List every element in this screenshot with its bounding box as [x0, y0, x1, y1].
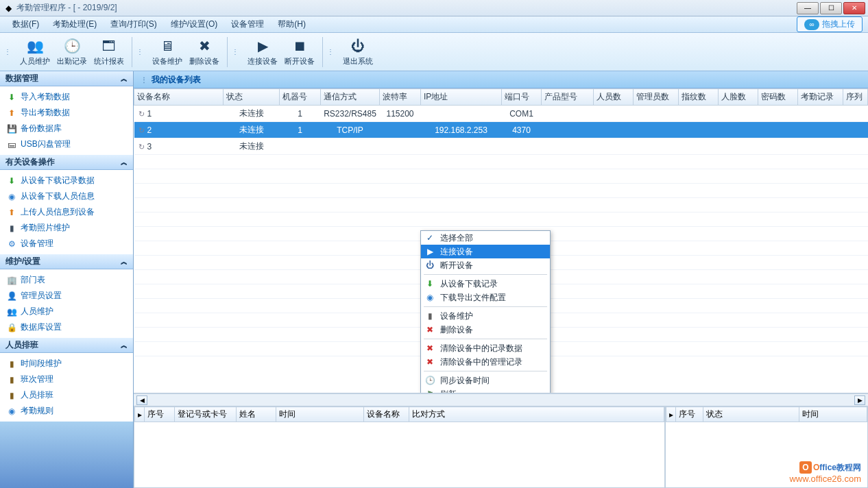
menu-item-label: 删除设备: [440, 324, 473, 336]
sidebar-item-icon: ▮: [7, 375, 16, 385]
column-header[interactable]: 比对方式: [409, 407, 664, 422]
chevron-icon: ︽: [121, 257, 128, 267]
scroll-right-button[interactable]: ▶: [854, 395, 865, 405]
sidebar-item[interactable]: ⬆上传人员信息到设备: [0, 204, 133, 220]
column-header[interactable]: 序列: [843, 89, 868, 106]
context-menu-item[interactable]: ✓选择全部: [421, 231, 550, 245]
toolbar-退出系统[interactable]: ⏻退出系统: [339, 35, 376, 69]
maximize-button[interactable]: ☐: [820, 2, 842, 14]
context-menu-item[interactable]: ▶连接设备: [421, 245, 550, 258]
sidebar-item[interactable]: 🔒数据库设置: [0, 319, 133, 335]
table-row[interactable]: ↻3未连接: [134, 138, 868, 155]
sidebar-item[interactable]: ▮人员排班: [0, 387, 133, 403]
menu-help[interactable]: 帮助(H): [271, 17, 313, 32]
sidebar-item[interactable]: ▮考勤照片维护: [0, 220, 133, 236]
menu-item-icon: ✖: [424, 343, 436, 353]
toolbar-统计报表[interactable]: 🗔统计报表: [91, 35, 128, 69]
menu-maintain[interactable]: 维护/设置(O): [164, 17, 225, 32]
menu-data[interactable]: 数据(F): [5, 17, 46, 32]
column-header[interactable]: 序号: [145, 407, 175, 422]
cell: 未连接: [224, 122, 280, 138]
column-header[interactable]: 序号: [676, 407, 703, 422]
context-menu-item[interactable]: ▮设备维护: [421, 309, 550, 323]
table-row[interactable]: [134, 198, 868, 212]
close-button[interactable]: ✕: [843, 2, 865, 14]
context-menu-item[interactable]: ⬇从设备下载记录: [421, 277, 550, 291]
column-header[interactable]: 设备名称: [364, 407, 409, 422]
context-menu-item[interactable]: ⏻断开设备: [421, 258, 550, 272]
cell: 192.168.2.253: [421, 122, 502, 138]
menu-item-label: 清除设备中的记录数据: [440, 343, 522, 354]
sidebar-item[interactable]: ◉考勤规则: [0, 403, 133, 419]
upload-button[interactable]: ∞ 拖拽上传: [797, 16, 863, 32]
sidebar-item[interactable]: ◉从设备下载人员信息: [0, 188, 133, 204]
menu-item-label: 清除设备中的管理记录: [440, 356, 522, 368]
sidebar-item[interactable]: ▮时间段维护: [0, 356, 133, 371]
bottom-left-grid[interactable]: ▸序号登记号或卡号姓名时间设备名称比对方式: [134, 406, 665, 488]
toolbar-设备维护[interactable]: 🖥设备维护: [149, 35, 186, 69]
menu-item-icon: ✖: [424, 325, 436, 334]
column-header[interactable]: 密码数: [758, 89, 798, 106]
column-header[interactable]: 设备名称: [134, 89, 224, 106]
column-header[interactable]: 状态: [703, 407, 799, 422]
column-header[interactable]: 管理员数: [634, 89, 679, 106]
column-header[interactable]: 产品型号: [542, 89, 594, 106]
column-header[interactable]: 机器号: [280, 89, 321, 106]
device-grid[interactable]: 设备名称状态机器号通信方式波特率IP地址端口号产品型号人员数管理员数指纹数人脸数…: [134, 88, 868, 393]
table-row[interactable]: [134, 155, 868, 169]
toolbar-删除设备[interactable]: ✖删除设备: [186, 35, 223, 69]
sidebar-item-label: 上传人员信息到设备: [21, 206, 95, 218]
table-row[interactable]: ↻2未连接1TCP/IP192.168.2.2534370: [134, 122, 868, 138]
context-menu-item[interactable]: ◉下载导出文件配置: [421, 291, 550, 304]
sidebar-item[interactable]: 🏢部门表: [0, 272, 133, 288]
column-header[interactable]: IP地址: [421, 89, 502, 106]
table-row[interactable]: [134, 169, 868, 184]
sidebar-item-icon: ◉: [7, 406, 16, 416]
menu-attendance[interactable]: 考勤处理(E): [46, 17, 104, 32]
column-header[interactable]: 端口号: [502, 89, 542, 106]
panel-header[interactable]: 维护/设置︽: [0, 254, 133, 269]
column-header[interactable]: 人员数: [594, 89, 634, 106]
column-header[interactable]: 状态: [224, 89, 280, 106]
minimize-button[interactable]: —: [797, 2, 819, 14]
cell: [679, 138, 719, 155]
sidebar-item[interactable]: ⬆导出考勤数据: [0, 105, 133, 121]
column-header[interactable]: 通信方式: [321, 89, 380, 106]
context-menu-item[interactable]: 🕒同步设备时间: [421, 374, 550, 387]
toolbar-出勤记录[interactable]: 🕒出勤记录: [53, 35, 91, 69]
column-header[interactable]: 时间: [276, 407, 364, 422]
menu-device[interactable]: 设备管理: [224, 17, 271, 32]
context-menu-item[interactable]: ⚑刷新: [421, 387, 550, 393]
table-row[interactable]: [134, 184, 868, 198]
column-header[interactable]: 姓名: [237, 407, 276, 422]
sidebar-item[interactable]: 🖴USB闪盘管理: [0, 136, 133, 152]
context-menu-item[interactable]: ✖删除设备: [421, 323, 550, 337]
sidebar-item[interactable]: ⬇从设备下载记录数据: [0, 173, 133, 188]
menu-query[interactable]: 查询/打印(S): [104, 17, 163, 32]
panel-header[interactable]: 有关设备操作︽: [0, 155, 133, 170]
sidebar-item[interactable]: ⚙设备管理: [0, 236, 133, 252]
panel-header[interactable]: 数据管理︽: [0, 71, 133, 86]
sidebar-item[interactable]: 💾备份数据库: [0, 121, 133, 136]
context-menu-item[interactable]: ✖清除设备中的管理记录: [421, 355, 550, 369]
toolbar-连接设备[interactable]: ▶连接设备: [244, 35, 281, 69]
table-row[interactable]: [134, 212, 868, 227]
toolbar-人员维护[interactable]: 👥人员维护: [16, 35, 53, 69]
column-header[interactable]: 考勤记录: [798, 89, 843, 106]
column-header[interactable]: 人脸数: [719, 89, 758, 106]
context-menu-item[interactable]: ✖清除设备中的记录数据: [421, 341, 550, 355]
table-row[interactable]: ↻1未连接1RS232/RS485115200COM1: [134, 106, 868, 122]
sidebar-item[interactable]: 👥人员维护: [0, 304, 133, 319]
sidebar-item[interactable]: ⬇导入考勤数据: [0, 89, 133, 105]
panel-header[interactable]: 人员排班︽: [0, 338, 133, 353]
sidebar-item-icon: ▮: [7, 391, 16, 400]
column-header[interactable]: 指纹数: [679, 89, 719, 106]
toolbar-icon: 🖥: [158, 37, 176, 55]
scroll-left-button[interactable]: ◀: [136, 395, 147, 405]
column-header[interactable]: 波特率: [380, 89, 421, 106]
column-header[interactable]: 时间: [799, 407, 867, 422]
column-header[interactable]: 登记号或卡号: [175, 407, 237, 422]
toolbar-断开设备[interactable]: ⏹断开设备: [281, 35, 318, 69]
sidebar-item[interactable]: ▮班次管理: [0, 371, 133, 387]
sidebar-item[interactable]: 👤管理员设置: [0, 288, 133, 304]
